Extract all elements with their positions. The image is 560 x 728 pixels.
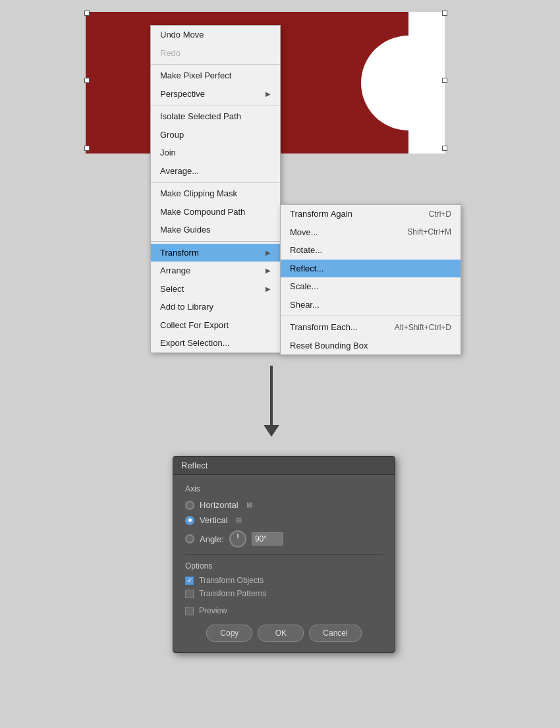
vertical-icon: ⊞ [236,516,242,524]
vertical-radio-row[interactable]: Vertical ⊞ [185,515,383,525]
angle-label: Angle: [200,534,224,544]
options-label: Options [185,561,383,571]
menu-make-clipping-mask[interactable]: Make Clipping Mask [151,184,280,203]
menu-select[interactable]: Select ▶ [151,280,280,298]
menu-redo: Redo [151,44,280,63]
menu-transform[interactable]: Transform ▶ [151,244,280,262]
horizontal-radio-label: Horizontal [200,500,238,510]
menu-separator-1 [151,64,280,65]
context-menu: Undo Move Redo Make Pixel Perfect Perspe… [150,25,281,353]
menu-undo-move[interactable]: Undo Move [151,26,280,44]
reflect-dialog: Reflect Axis Horizontal ⊠ Vertical ⊞ Ang… [173,456,395,653]
select-arrow-icon: ▶ [266,284,271,294]
submenu-separator-1 [281,316,461,316]
preview-checkbox[interactable] [185,607,194,615]
handle-middle-right[interactable] [442,78,447,83]
menu-isolate-selected-path[interactable]: Isolate Selected Path [151,107,280,126]
submenu-rotate[interactable]: Rotate... [281,241,461,260]
menu-export-selection[interactable]: Export Selection... [151,334,280,352]
menu-join[interactable]: Join [151,144,280,162]
angle-input[interactable] [252,532,283,546]
submenu-shear[interactable]: Shear... [281,296,461,314]
submenu-move[interactable]: Move... Shift+Ctrl+M [281,223,461,242]
preview-label: Preview [199,606,227,615]
angle-row: Angle: [185,530,383,547]
arrow-line [270,366,273,425]
transform-patterns-label: Transform Patterns [199,589,266,598]
submenu-reflect[interactable]: Reflect... [281,260,461,278]
dialog-title: Reflect [181,461,208,470]
menu-group[interactable]: Group [151,126,280,144]
menu-separator-4 [151,241,280,242]
menu-arrange[interactable]: Arrange ▶ [151,262,280,280]
arrow-down [264,366,279,437]
transform-objects-row[interactable]: Transform Objects [185,576,383,585]
horizontal-radio-button[interactable] [185,501,194,510]
menu-average[interactable]: Average... [151,162,280,181]
submenu-transform-again[interactable]: Transform Again Ctrl+D [281,205,461,223]
transform-arrow-icon: ▶ [266,248,271,258]
arrow-head-icon [264,425,279,437]
dialog-content: Axis Horizontal ⊠ Vertical ⊞ Angle: [173,475,395,652]
horizontal-icon: ⊠ [246,501,252,509]
perspective-arrow-icon: ▶ [266,89,271,99]
handle-top-right[interactable] [442,11,447,16]
dialog-buttons: Copy OK Cancel [185,625,383,643]
cancel-button[interactable]: Cancel [309,625,361,642]
angle-radio-button[interactable] [185,534,194,544]
submenu-reset-bounding-box[interactable]: Reset Bounding Box [281,337,461,355]
angle-dial[interactable] [229,530,246,547]
copy-button[interactable]: Copy [206,625,252,642]
transform-objects-checkbox[interactable] [185,576,194,585]
menu-make-compound-path[interactable]: Make Compound Path [151,203,280,221]
svg-rect-2 [408,12,445,154]
submenu-scale[interactable]: Scale... [281,277,461,296]
handle-bottom-right[interactable] [442,146,447,151]
submenu-transform-each[interactable]: Transform Each... Alt+Shift+Ctrl+D [281,318,461,337]
axis-radio-group: Horizontal ⊠ Vertical ⊞ Angle: [185,500,383,547]
menu-separator-3 [151,182,280,182]
handle-middle-left[interactable] [84,78,90,83]
horizontal-radio-row[interactable]: Horizontal ⊠ [185,500,383,510]
handle-bottom-left[interactable] [84,146,90,151]
arrange-arrow-icon: ▶ [266,266,271,275]
menu-separator-2 [151,105,280,105]
canvas-area: Undo Move Redo Make Pixel Perfect Perspe… [0,0,560,356]
dialog-separator-1 [185,554,383,555]
transform-objects-label: Transform Objects [199,576,264,585]
axis-label: Axis [185,484,383,493]
vertical-radio-label: Vertical [200,515,228,525]
transform-patterns-checkbox[interactable] [185,590,194,598]
menu-make-guides[interactable]: Make Guides [151,221,280,239]
menu-collect-for-export[interactable]: Collect For Export [151,316,280,335]
menu-make-pixel-perfect[interactable]: Make Pixel Perfect [151,67,280,85]
transform-patterns-row[interactable]: Transform Patterns [185,589,383,598]
handle-top-left[interactable] [84,11,90,16]
ok-button[interactable]: OK [258,625,304,642]
menu-add-to-library[interactable]: Add to Library [151,298,280,316]
transform-submenu: Transform Again Ctrl+D Move... Shift+Ctr… [280,204,461,355]
menu-perspective[interactable]: Perspective ▶ [151,85,280,103]
preview-row[interactable]: Preview [185,606,383,615]
vertical-radio-button[interactable] [185,516,194,525]
dialog-title-bar: Reflect [173,457,395,475]
